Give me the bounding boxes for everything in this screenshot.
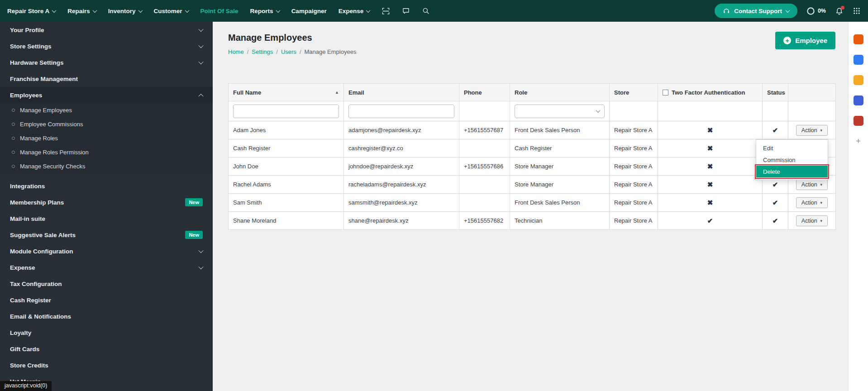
sidebar-item-store-credits[interactable]: Store Credits — [0, 357, 213, 373]
extension-icon-3[interactable] — [854, 75, 863, 85]
add-extension-icon[interactable]: + — [854, 136, 863, 146]
contact-support-label: Contact Support — [734, 8, 782, 14]
nav-point-of-sale[interactable]: Point Of Sale — [200, 8, 238, 14]
employees-table: Full Name ▲ Email Phone Role Store Two F… — [228, 83, 836, 230]
column-header-status[interactable]: Status — [763, 84, 788, 101]
nav-label: Reports — [250, 8, 273, 14]
sidebar-item-tax-configuration[interactable]: Tax Configuration — [0, 276, 213, 292]
breadcrumb-separator: / — [276, 48, 278, 55]
action-button-label: Action — [801, 181, 817, 188]
role-filter-select[interactable] — [515, 105, 605, 118]
sidebar-item-label: Franchise Management — [10, 76, 78, 82]
bullet-icon — [12, 109, 15, 112]
cell-full-name: Sam Smith — [229, 194, 344, 212]
sidebar-item-mail-in-suite[interactable]: Mail-in suite — [0, 210, 213, 227]
table-row: Rachel Adams racheladams@repairdesk.xyz … — [229, 176, 836, 194]
sidebar-item-expense[interactable]: Expense — [0, 259, 213, 276]
extension-icon-2[interactable] — [854, 55, 863, 65]
table-row: Cash Register cashregister@xyz.co Cash R… — [229, 139, 836, 157]
sidebar-subitem-label: Employee Commissions — [20, 121, 83, 128]
sidebar-item-label: Store Credits — [10, 362, 48, 369]
progress-indicator[interactable]: 0% — [806, 7, 826, 15]
column-header-two-factor: Two Factor Authentication — [658, 84, 763, 101]
apps-grid-icon[interactable] — [853, 7, 861, 15]
sidebar-item-store-settings[interactable]: Store Settings — [0, 38, 213, 54]
sidebar-item-membership-plans[interactable]: Membership Plans New — [0, 194, 213, 210]
sidebar-subitem-label: Manage Roles — [20, 135, 58, 142]
sidebar-subitem-manage-security-checks[interactable]: Manage Security Checks — [0, 159, 213, 173]
nav-campaigner[interactable]: Campaigner — [291, 8, 327, 14]
bullet-icon — [12, 137, 15, 140]
search-icon[interactable] — [422, 7, 430, 15]
breadcrumb-home-link[interactable]: Home — [228, 48, 244, 55]
full-name-filter-input[interactable] — [233, 105, 339, 118]
nav-label: Point Of Sale — [200, 8, 238, 14]
cell-email: adamjones@repairdesk.xyz — [344, 121, 459, 139]
add-employee-button[interactable]: + Employee — [775, 32, 835, 49]
column-header-role[interactable]: Role — [510, 84, 610, 101]
nav-reports[interactable]: Reports — [250, 8, 280, 14]
email-filter-input[interactable] — [348, 105, 454, 118]
cell-phone — [459, 176, 510, 194]
sidebar-item-label: Gift Cards — [10, 346, 39, 353]
sidebar-item-hardware-settings[interactable]: Hardware Settings — [0, 54, 213, 71]
sidebar-item-integrations[interactable]: Integrations — [0, 178, 213, 194]
bullet-icon — [12, 151, 15, 154]
nav-repairs[interactable]: Repairs — [67, 8, 96, 14]
barcode-scan-icon[interactable] — [382, 7, 390, 15]
sidebar-item-gift-cards[interactable]: Gift Cards — [0, 341, 213, 357]
action-button[interactable]: Action ▾ — [796, 215, 828, 226]
sidebar-item-module-configuration[interactable]: Module Configuration — [0, 243, 213, 259]
two-factor-header-checkbox[interactable] — [663, 90, 668, 95]
two-factor-cross-icon: ✖ — [707, 126, 713, 134]
sidebar-subitem-manage-roles[interactable]: Manage Roles — [0, 131, 213, 145]
action-button[interactable]: Action ▾ — [796, 125, 828, 136]
sidebar-item-suggestive-sale-alerts[interactable]: Suggestive Sale Alerts New — [0, 227, 213, 243]
chat-icon[interactable] — [402, 7, 410, 15]
menu-item-delete[interactable]: Delete — [756, 166, 828, 177]
sidebar-item-label: Employees — [10, 92, 42, 99]
cell-phone — [459, 139, 510, 157]
new-badge: New — [185, 231, 203, 239]
action-button[interactable]: Action ▾ — [796, 179, 828, 190]
sidebar-item-franchise-management[interactable]: Franchise Management — [0, 71, 213, 87]
sidebar-item-email-notifications[interactable]: Email & Notifications — [0, 308, 213, 324]
bullet-icon — [12, 165, 15, 168]
column-header-full-name[interactable]: Full Name ▲ — [229, 84, 344, 101]
sidebar-item-loyalty[interactable]: Loyalty — [0, 324, 213, 341]
breadcrumb-settings-link[interactable]: Settings — [252, 48, 273, 55]
nav-inventory[interactable]: Inventory — [108, 8, 142, 14]
extension-icon-1[interactable] — [854, 34, 863, 44]
two-factor-cross-icon: ✖ — [707, 144, 713, 152]
column-header-store[interactable]: Store — [610, 84, 658, 101]
column-header-email[interactable]: Email — [344, 84, 459, 101]
menu-item-edit[interactable]: Edit — [756, 142, 828, 154]
action-button[interactable]: Action ▾ — [796, 197, 828, 208]
extension-icon-5[interactable] — [854, 116, 863, 126]
status-check-icon: ✔ — [773, 181, 778, 188]
browser-side-rail: + — [848, 22, 868, 391]
action-button-label: Action — [801, 218, 817, 224]
cell-role: Front Desk Sales Person — [510, 194, 610, 212]
notifications-bell-icon[interactable] — [835, 7, 844, 15]
extension-icon-4[interactable] — [854, 95, 863, 105]
breadcrumb: Home / Settings / Users / Manage Employe… — [228, 48, 356, 55]
menu-item-commission[interactable]: Commission — [756, 154, 828, 166]
nav-store-selector[interactable]: Repair Store A — [7, 8, 56, 14]
nav-expense[interactable]: Expense — [339, 8, 370, 14]
status-check-icon: ✔ — [773, 217, 778, 224]
sidebar-item-label: Expense — [10, 264, 35, 271]
column-header-phone[interactable]: Phone — [459, 84, 510, 101]
sidebar-item-employees[interactable]: Employees — [0, 87, 213, 103]
breadcrumb-users-link[interactable]: Users — [281, 48, 296, 55]
sidebar-subitem-employee-commissions[interactable]: Employee Commissions — [0, 117, 213, 131]
sidebar-subitem-manage-roles-permission[interactable]: Manage Roles Permission — [0, 145, 213, 159]
contact-support-button[interactable]: Contact Support — [715, 4, 797, 18]
cell-full-name: Adam Jones — [229, 121, 344, 139]
nav-customer[interactable]: Customer — [154, 8, 189, 14]
action-button-label: Action — [801, 200, 817, 206]
sidebar-item-your-profile[interactable]: Your Profile — [0, 22, 213, 38]
sidebar-item-cash-register[interactable]: Cash Register — [0, 292, 213, 308]
sidebar-subitem-manage-employees[interactable]: Manage Employees — [0, 103, 213, 117]
column-label: Email — [348, 89, 364, 96]
